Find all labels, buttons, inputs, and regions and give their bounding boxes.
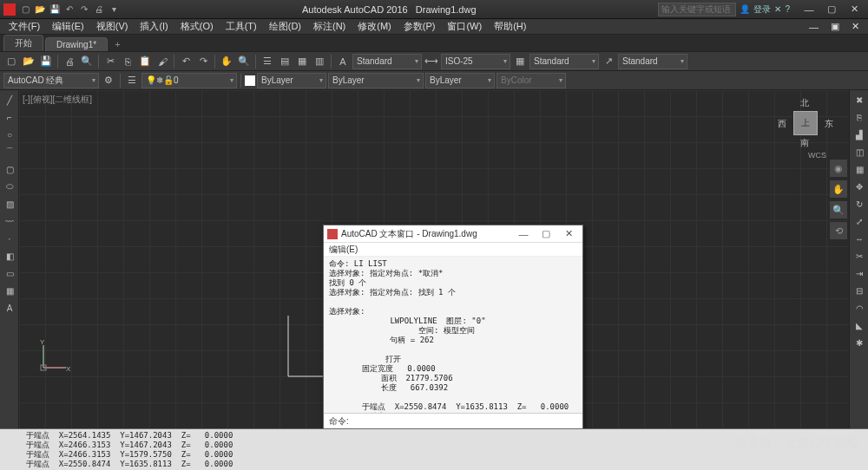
doc-minimize-icon[interactable]: — — [804, 22, 824, 32]
mirror-icon[interactable]: ▟ — [852, 127, 867, 142]
qat-undo-icon[interactable]: ↶ — [63, 3, 76, 16]
table-draw-icon[interactable]: ▦ — [2, 283, 17, 298]
viewport-label[interactable]: [-][俯视][二维线框] — [23, 94, 92, 106]
erase-icon[interactable]: ✖ — [852, 92, 867, 108]
color-combo[interactable]: ByLayer — [257, 73, 326, 88]
menu-format[interactable]: 格式(O) — [175, 20, 219, 33]
chamfer-icon[interactable]: ◣ — [852, 317, 867, 333]
qat-more-icon[interactable]: ▾ — [108, 3, 120, 16]
dim-style-combo[interactable]: ISO-25 — [441, 54, 510, 69]
menu-help[interactable]: 帮助(H) — [489, 20, 531, 33]
redo-icon[interactable]: ↷ — [195, 54, 211, 69]
menu-dim[interactable]: 标注(N) — [308, 20, 351, 33]
exchange-icon[interactable]: ✕ — [774, 4, 781, 14]
table-style-combo[interactable]: Standard — [529, 54, 599, 69]
gear-icon[interactable]: ⚙ — [101, 73, 116, 88]
wheel-icon[interactable]: ◉ — [830, 160, 847, 177]
close-button[interactable]: ✕ — [844, 3, 865, 16]
tab-start[interactable]: 开始 — [3, 35, 43, 51]
menu-insert[interactable]: 插入(I) — [135, 20, 173, 33]
dc-icon[interactable]: ▤ — [277, 54, 293, 69]
rect-icon[interactable]: ▢ — [2, 161, 17, 177]
dialog-minimize-button[interactable]: — — [513, 227, 534, 241]
ucs-icon[interactable]: Y X — [36, 340, 71, 376]
qat-save-icon[interactable]: 💾 — [49, 3, 61, 16]
plotstyle-combo[interactable]: ByColor — [496, 73, 566, 88]
pline-icon[interactable]: ⌐ — [2, 109, 17, 125]
pan-nav-icon[interactable]: ✋ — [830, 180, 847, 198]
tab-drawing1[interactable]: Drawing1* — [45, 37, 108, 51]
menu-file[interactable]: 文件(F) — [3, 20, 45, 33]
fillet-icon[interactable]: ◠ — [852, 300, 867, 316]
qat-open-icon[interactable]: 📂 — [34, 3, 46, 16]
dialog-cmd-prompt[interactable]: 命令: — [324, 413, 582, 428]
stretch-icon[interactable]: ↔ — [852, 231, 867, 246]
extend-icon[interactable]: ⇥ — [852, 265, 867, 281]
orbit-icon[interactable]: ⟲ — [830, 222, 847, 239]
pan-icon[interactable]: ✋ — [219, 54, 234, 69]
drawing-canvas[interactable]: [-][俯视][二维线框] Y X 北 西 — [19, 90, 849, 428]
vc-east[interactable]: 东 — [825, 118, 833, 130]
dialog-title-bar[interactable]: AutoCAD 文本窗口 - Drawing1.dwg — ▢ ✕ — [324, 225, 582, 243]
line-icon[interactable]: ╱ — [2, 92, 17, 108]
preview-icon[interactable]: 🔍 — [79, 54, 95, 69]
mleader-style-combo[interactable]: Standard — [618, 54, 687, 69]
mleader-icon[interactable]: ↗ — [601, 54, 616, 69]
doc-restore-icon[interactable]: ▣ — [825, 21, 845, 32]
menu-window[interactable]: 窗口(W) — [442, 20, 487, 33]
workspace-combo[interactable]: AutoCAD 经典 — [3, 73, 99, 88]
menu-view[interactable]: 视图(V) — [91, 20, 134, 33]
move-icon[interactable]: ✥ — [852, 179, 867, 194]
copy-icon[interactable]: ⎘ — [120, 54, 135, 69]
menu-param[interactable]: 参数(P) — [398, 20, 441, 33]
circle-icon[interactable]: ○ — [2, 127, 17, 142]
match-icon[interactable]: 🖌 — [155, 54, 170, 69]
doc-close-icon[interactable]: ✕ — [846, 21, 865, 32]
vc-south[interactable]: 南 — [800, 137, 809, 149]
offset-icon[interactable]: ◫ — [852, 144, 867, 160]
arc-icon[interactable]: ⌒ — [2, 144, 17, 160]
help-icon[interactable]: ? — [785, 4, 790, 14]
qat-new-icon[interactable]: ▢ — [19, 3, 31, 16]
table-icon[interactable]: ▦ — [512, 54, 528, 69]
open-icon[interactable]: 📂 — [21, 54, 36, 69]
text-style-combo[interactable]: Standard — [352, 54, 422, 69]
color-swatch-icon[interactable] — [245, 75, 255, 86]
zoom-nav-icon[interactable]: 🔍 — [830, 201, 847, 219]
zoom-icon[interactable]: 🔍 — [236, 54, 252, 69]
paste-icon[interactable]: 📋 — [137, 54, 153, 69]
undo-icon[interactable]: ↶ — [178, 54, 194, 69]
scale-icon[interactable]: ⤢ — [852, 213, 867, 229]
explode-icon[interactable]: ✱ — [852, 335, 867, 350]
trim-icon[interactable]: ✂ — [852, 248, 867, 264]
rotate-icon[interactable]: ↻ — [852, 196, 867, 212]
search-input[interactable] — [658, 3, 736, 16]
save-icon[interactable]: 💾 — [38, 54, 54, 69]
new-tab-button[interactable]: + — [109, 37, 125, 51]
break-icon[interactable]: ⊟ — [852, 283, 867, 298]
command-history[interactable]: 于端点 X=2564.1435 Y=1467.2043 Z= 0.0000 于端… — [0, 428, 868, 470]
maximize-button[interactable]: ▢ — [821, 3, 842, 16]
ssm-icon[interactable]: ▥ — [312, 54, 327, 69]
cut-icon[interactable]: ✂ — [102, 54, 118, 69]
minimize-button[interactable]: — — [799, 3, 819, 16]
text-window-dialog[interactable]: AutoCAD 文本窗口 - Drawing1.dwg — ▢ ✕ 编辑(E) … — [323, 225, 583, 428]
copy-m-icon[interactable]: ⎘ — [852, 109, 867, 125]
qat-redo-icon[interactable]: ↷ — [78, 3, 90, 16]
text-icon[interactable]: A — [335, 54, 351, 69]
dialog-body[interactable]: 命令: LI LIST 选择对象: 指定对角点: *取消* 找到 0 个 选择对… — [324, 257, 582, 413]
props-icon[interactable]: ☰ — [260, 54, 275, 69]
menu-draw[interactable]: 绘图(D) — [264, 20, 306, 33]
dialog-menu-edit[interactable]: 编辑(E) — [324, 243, 582, 257]
mtext-icon[interactable]: A — [2, 300, 17, 316]
dialog-close-button[interactable]: ✕ — [558, 227, 579, 241]
plot-icon[interactable]: 🖨 — [62, 54, 77, 69]
tp-icon[interactable]: ▦ — [294, 54, 310, 69]
qat-print-icon[interactable]: 🖨 — [93, 3, 105, 16]
vc-west[interactable]: 西 — [778, 118, 786, 130]
layer-props-icon[interactable]: ☰ — [124, 73, 140, 88]
menu-edit[interactable]: 编辑(E) — [47, 20, 89, 33]
spline-icon[interactable]: 〰 — [2, 213, 17, 229]
dialog-maximize-button[interactable]: ▢ — [536, 227, 556, 241]
login-area[interactable]: 👤登录 ✕ ? — [740, 3, 790, 16]
